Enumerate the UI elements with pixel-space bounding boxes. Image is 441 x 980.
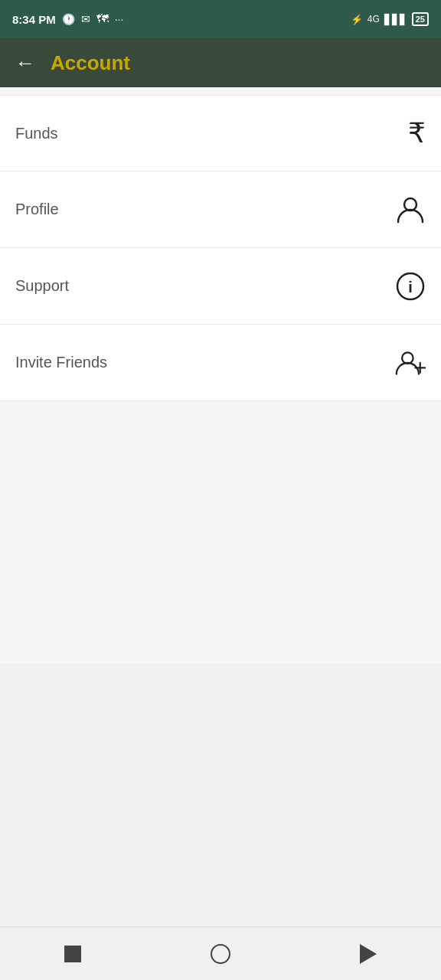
funds-menu-item[interactable]: Funds ₹	[0, 95, 441, 172]
status-bar: 8:34 PM 🕐 ✉ 🗺 ··· ⚡ 4G ▋▋▋ 25	[0, 0, 441, 38]
top-bar: ← Account	[0, 38, 441, 87]
more-icon: ···	[115, 13, 124, 25]
profile-label: Profile	[15, 201, 59, 218]
status-right: ⚡ 4G ▋▋▋ 25	[351, 12, 429, 26]
svg-text:i: i	[408, 279, 413, 296]
status-left: 8:34 PM 🕐 ✉ 🗺 ···	[12, 12, 123, 26]
funds-label: Funds	[15, 125, 58, 142]
profile-menu-item[interactable]: Profile	[0, 172, 441, 248]
message-icon: ✉	[81, 13, 90, 25]
nav-home-button[interactable]	[195, 936, 246, 972]
bottom-nav	[0, 926, 441, 980]
nav-square-button[interactable]	[49, 938, 96, 970]
network-icon: 4G	[368, 14, 380, 24]
svg-point-0	[404, 198, 416, 211]
rupee-icon: ₹	[408, 117, 426, 149]
alarm-icon: 🕐	[62, 13, 75, 25]
signal-icon: ▋▋▋	[384, 14, 407, 25]
bluetooth-icon: ⚡	[351, 14, 363, 25]
invite-friends-menu-item[interactable]: Invite Friends	[0, 325, 441, 401]
info-icon: i	[395, 271, 426, 302]
person-add-icon	[395, 348, 426, 378]
menu-list: Funds ₹ Profile Support i Invite Friends	[0, 87, 441, 664]
nav-back-button[interactable]	[345, 936, 392, 972]
support-label: Support	[15, 277, 69, 295]
maps-icon: 🗺	[96, 12, 109, 26]
support-menu-item[interactable]: Support i	[0, 248, 441, 325]
page-title: Account	[51, 51, 130, 75]
battery-indicator: 25	[412, 12, 429, 26]
back-button[interactable]: ←	[12, 50, 38, 76]
triangle-icon	[360, 944, 377, 964]
square-icon	[64, 946, 81, 962]
status-time: 8:34 PM	[12, 13, 56, 26]
circle-icon	[211, 944, 230, 964]
person-icon	[395, 194, 426, 225]
svg-point-3	[402, 352, 413, 364]
content-spacer	[0, 664, 441, 926]
invite-friends-label: Invite Friends	[15, 354, 107, 371]
